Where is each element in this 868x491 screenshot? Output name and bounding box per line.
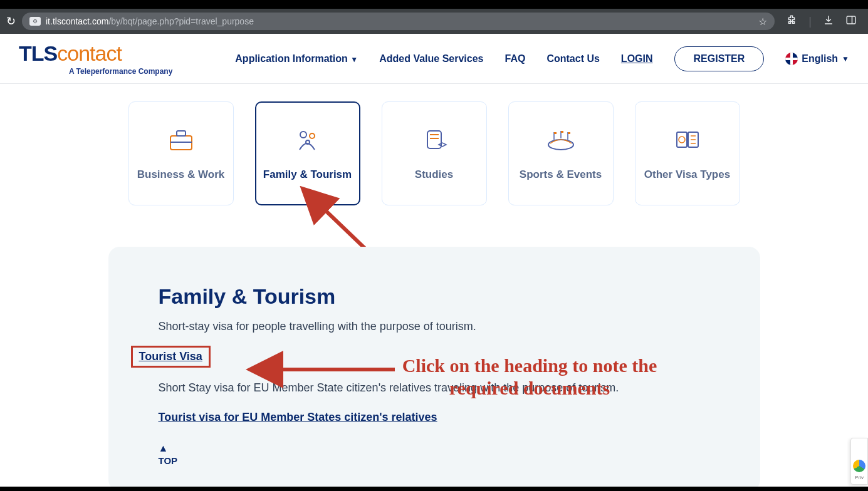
annotation-text-2: Click on the heading to note the require… (395, 354, 664, 400)
briefcase-icon (165, 126, 197, 153)
address-bar[interactable]: ⚙ it.tlscontact.com/by/bqt/page.php?pid=… (22, 13, 775, 30)
svg-point-20 (679, 137, 685, 143)
scroll-icon (419, 126, 450, 153)
card-label: Business & Work (137, 168, 225, 181)
chevron-up-icon: ▲ (159, 443, 169, 454)
reload-icon[interactable]: ↻ (6, 14, 16, 28)
nav-application-information[interactable]: Application Information ▼ (235, 53, 358, 65)
nav-login[interactable]: LOGIN (621, 53, 653, 65)
language-selector[interactable]: English ▼ (785, 53, 849, 65)
nav-faq[interactable]: FAQ (505, 53, 526, 65)
card-sports-events[interactable]: Sports & Events (508, 101, 614, 205)
register-button[interactable]: REGISTER (674, 46, 765, 71)
download-icon[interactable] (823, 14, 834, 29)
bookmark-star-icon[interactable]: ☆ (758, 16, 767, 28)
svg-rect-3 (177, 131, 186, 136)
recaptcha-label: Priv (855, 475, 864, 480)
url-text: it.tlscontact.com/by/bqt/page.php?pid=tr… (46, 16, 753, 26)
card-other-visa[interactable]: Other Visa Types (635, 101, 740, 205)
separator: | (808, 15, 812, 28)
svg-rect-8 (427, 131, 441, 148)
browser-toolbar: ↻ ⚙ it.tlscontact.com/by/bqt/page.php?pi… (0, 9, 868, 34)
svg-point-11 (548, 140, 573, 150)
panel-title: Family & Tourism (159, 284, 710, 309)
panel-subtitle-1: Short-stay visa for people travelling wi… (159, 320, 710, 333)
language-label: English (802, 53, 838, 65)
logo-contact: contact (57, 41, 122, 65)
card-label: Studies (415, 168, 453, 181)
card-label: Family & Tourism (263, 168, 352, 181)
nav-label: Application Information (235, 53, 348, 64)
back-to-top[interactable]: ▲ TOP (159, 443, 710, 466)
stadium-icon (545, 126, 577, 153)
bottom-black-bar (0, 487, 868, 491)
uk-flag-icon (785, 53, 798, 65)
chevron-down-icon: ▼ (350, 55, 358, 64)
recaptcha-icon (853, 460, 865, 472)
top-nav: Application Information ▼ Added Value Se… (235, 46, 849, 71)
browser-tools: | (781, 14, 862, 29)
chevron-down-icon: ▼ (842, 54, 849, 63)
visa-category-cards: Business & Work Family & Tourism Studies (0, 101, 868, 212)
top-label: TOP (159, 455, 178, 466)
link-tourist-visa[interactable]: Tourist Visa (139, 350, 202, 363)
card-business-work[interactable]: Business & Work (128, 101, 234, 205)
site-settings-icon[interactable]: ⚙ (29, 17, 41, 26)
logo-text: TLScontact (19, 41, 172, 66)
site-header: TLScontact A Teleperformance Company App… (0, 34, 868, 84)
svg-rect-0 (847, 16, 855, 24)
card-label: Other Visa Types (644, 168, 730, 181)
passport-icon (672, 126, 703, 153)
card-family-tourism[interactable]: Family & Tourism (255, 101, 360, 205)
card-label: Sports & Events (520, 168, 602, 181)
svg-point-6 (310, 133, 315, 138)
logo-subtext: A Teleperformance Company (69, 67, 172, 76)
chrome-tab-strip (0, 0, 868, 9)
url-domain: it.tlscontact.com (46, 16, 108, 26)
highlight-box: Tourist Visa (131, 346, 211, 368)
card-studies[interactable]: Studies (382, 101, 487, 205)
link-tourist-visa-eu[interactable]: Tourist visa for EU Member States citize… (159, 411, 437, 424)
svg-rect-17 (568, 132, 570, 134)
svg-rect-15 (554, 132, 557, 134)
logo[interactable]: TLScontact A Teleperformance Company (19, 41, 172, 76)
svg-rect-16 (561, 131, 563, 133)
recaptcha-badge: Priv (850, 438, 868, 485)
url-path: /by/bqt/page.php?pid=travel_purpose (108, 16, 254, 26)
extensions-icon[interactable] (786, 14, 797, 29)
logo-tls: TLS (19, 41, 57, 65)
family-icon (292, 126, 323, 153)
sidebar-icon[interactable] (845, 14, 857, 29)
nav-contact-us[interactable]: Contact Us (546, 53, 599, 65)
svg-point-5 (300, 132, 306, 138)
nav-added-value-services[interactable]: Added Value Services (379, 53, 483, 65)
